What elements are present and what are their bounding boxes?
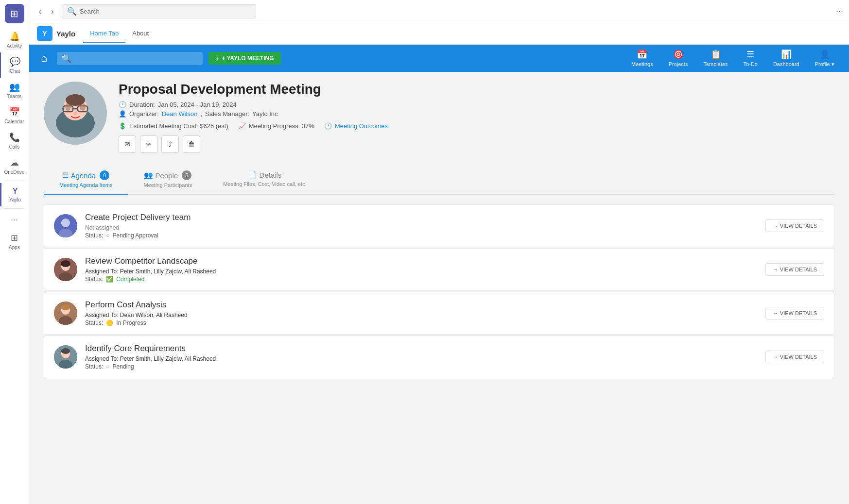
tab-people[interactable]: 👥 People 5 Meeting Participants <box>128 165 208 194</box>
avatar-4 <box>54 345 77 369</box>
agenda-content-4: Identify Core Requirements Assigned To: … <box>85 344 758 370</box>
nav-dashboard[interactable]: 📊 Dashboard <box>766 46 806 70</box>
nav-item-label: Templates <box>703 61 728 67</box>
nav-todo[interactable]: ☰ To-Do <box>737 46 764 70</box>
meeting-stats: 💲 Estimated Meeting Cost: $625 (est) 📈 M… <box>119 122 834 130</box>
meeting-meta: 🕐 Duration: Jan 05, 2024 - Jan 19, 2024 … <box>119 101 834 118</box>
svg-point-18 <box>61 260 70 267</box>
view-details-btn-4[interactable]: → VIEW DETAILS <box>765 351 824 363</box>
status-icon-2: ✅ <box>106 276 113 283</box>
tab-details[interactable]: 📄 Details Meeting Files, Cost, Video cal… <box>208 165 322 194</box>
avatar-2 <box>54 258 77 281</box>
nav-meetings[interactable]: 📅 Meetings <box>624 46 660 70</box>
duration-label: Duration: <box>129 101 155 108</box>
nav-item-label: Profile ▾ <box>815 61 834 67</box>
avatar-svg <box>44 82 107 145</box>
nav-projects[interactable]: 🎯 Projects <box>662 46 695 70</box>
sidebar: ⊞ 🔔 Activity 💬 Chat 👥 Teams 📅 Calendar 📞… <box>0 0 29 504</box>
view-details-btn-1[interactable]: → VIEW DETAILS <box>765 219 824 232</box>
people-badge: 5 <box>182 170 191 180</box>
search-input[interactable] <box>80 8 251 15</box>
sidebar-item-teams[interactable]: 👥 Teams <box>0 78 29 103</box>
outcomes-stat[interactable]: 🕐 Meeting Outcomes <box>324 122 388 130</box>
nav-search[interactable]: 🔍 <box>57 52 203 65</box>
more-icon[interactable]: ··· <box>836 6 843 17</box>
top-bar: ‹ › 🔍 ··· <box>29 0 849 23</box>
agenda-list: Create Project Delivery team Not assigne… <box>44 204 834 378</box>
app-logo-icon: ⊞ <box>5 4 24 23</box>
sidebar-item-label: OneDrive <box>4 169 24 175</box>
plus-icon: + <box>215 55 219 62</box>
status-icon-3: 🟡 <box>106 319 113 326</box>
sidebar-item-chat[interactable]: 💬 Chat <box>0 52 29 78</box>
progress-stat: 📈 Meeting Progress: 37% <box>238 122 314 130</box>
meeting-avatar <box>44 82 107 145</box>
email-button[interactable]: ✉ <box>119 135 136 153</box>
sidebar-item-apps[interactable]: ⊞ Apps <box>0 229 29 254</box>
tab-people-sub: Meeting Participants <box>143 182 192 188</box>
nav-search-input[interactable] <box>74 55 198 62</box>
nav-templates[interactable]: 📋 Templates <box>696 46 734 70</box>
agenda-assign-2: Assigned To: Peter Smith, Lilly Zajciw, … <box>85 268 758 275</box>
back-button[interactable]: ‹ <box>35 5 45 18</box>
share-button[interactable]: ⤴ <box>161 135 179 153</box>
forward-button[interactable]: › <box>47 5 57 18</box>
meeting-actions: ✉ ✏ ⤴ 🗑 <box>119 135 834 153</box>
delete-button[interactable]: 🗑 <box>183 135 200 153</box>
status-text-4: Pending <box>113 363 134 370</box>
content-tabs: ☰ Agenda 0 Meeting Agenda Items 👥 People… <box>44 165 834 195</box>
agenda-status-1: Status: ○ Pending Approval <box>85 232 758 239</box>
sidebar-item-calendar[interactable]: 📅 Calendar <box>0 103 29 128</box>
nav-search-icon: 🔍 <box>62 54 71 63</box>
agenda-item-4: Identify Core Requirements Assigned To: … <box>44 336 834 378</box>
tab-agenda-sub: Meeting Agenda Items <box>59 182 112 188</box>
sidebar-item-yaylo[interactable]: Y Yaylo <box>0 183 29 206</box>
agenda-status-3: Status: 🟡 In Progress <box>85 319 758 326</box>
tab-agenda[interactable]: ☰ Agenda 0 Meeting Agenda Items <box>44 165 128 195</box>
agenda-item-2: Review Competitor Landscape Assigned To:… <box>44 248 834 291</box>
activity-icon: 🔔 <box>9 31 20 42</box>
view-details-btn-3[interactable]: → VIEW DETAILS <box>765 307 824 319</box>
tab-about[interactable]: About <box>125 25 156 43</box>
meeting-title: Proposal Development Meeting <box>119 82 834 97</box>
agenda-content-2: Review Competitor Landscape Assigned To:… <box>85 256 758 283</box>
status-icon-1: ○ <box>106 232 109 239</box>
apps-icon: ⊞ <box>11 233 18 243</box>
sidebar-item-label: Calls <box>9 144 19 150</box>
app-tabs: Home Tab About <box>83 25 156 43</box>
sidebar-item-calls[interactable]: 📞 Calls <box>0 128 29 153</box>
edit-button[interactable]: ✏ <box>140 135 157 153</box>
blue-nav: ⌂ 🔍 + + YAYLO MEETING 📅 Meetings 🎯 Proje… <box>29 45 849 72</box>
sidebar-item-label: Apps <box>9 245 20 250</box>
meeting-header: Proposal Development Meeting 🕐 Duration:… <box>44 82 834 153</box>
agenda-icon: ☰ <box>62 171 69 180</box>
nav-arrows: ‹ › <box>35 5 58 18</box>
sidebar-item-onedrive[interactable]: ☁ OneDrive <box>0 153 29 179</box>
sidebar-item-activity[interactable]: 🔔 Activity <box>0 27 29 52</box>
person-icon: 👤 <box>119 110 126 118</box>
search-bar[interactable]: 🔍 <box>62 4 256 18</box>
home-button[interactable]: ⌂ <box>37 50 51 67</box>
nav-profile[interactable]: 👤 Profile ▾ <box>808 46 841 70</box>
sidebar-item-label: Teams <box>7 94 21 99</box>
view-details-btn-2[interactable]: → VIEW DETAILS <box>765 263 824 276</box>
meeting-info: Proposal Development Meeting 🕐 Duration:… <box>119 82 834 153</box>
tab-details-sub: Meeting Files, Cost, Video call, etc. <box>223 181 307 187</box>
templates-icon: 📋 <box>710 49 721 60</box>
sidebar-more[interactable]: ··· <box>7 211 22 229</box>
tab-home[interactable]: Home Tab <box>83 25 125 43</box>
yaylo-logo-icon: Y <box>37 26 52 41</box>
progress-label: Meeting Progress: 37% <box>249 122 314 130</box>
yaylo-meeting-button[interactable]: + + YAYLO MEETING <box>208 52 280 65</box>
status-icon-4: ○ <box>106 363 109 370</box>
agenda-content-3: Perform Cost Analysis Assigned To: Dean … <box>85 300 758 326</box>
tab-people-label: People <box>155 171 178 180</box>
outcomes-icon: 🕐 <box>324 122 332 130</box>
organizer-label: Organizer: <box>129 110 159 118</box>
agenda-status-4: Status: ○ Pending <box>85 363 758 370</box>
arrow-icon-4: → <box>773 354 778 360</box>
agenda-content-1: Create Project Delivery team Not assigne… <box>85 213 758 239</box>
organizer-name[interactable]: Dean Wilson <box>162 110 198 118</box>
agenda-assign-4: Assigned To: Peter Smith, Lilly Zajciw, … <box>85 355 758 362</box>
agenda-assign-3: Assigned To: Dean Wilson, Ali Rasheed <box>85 312 758 319</box>
